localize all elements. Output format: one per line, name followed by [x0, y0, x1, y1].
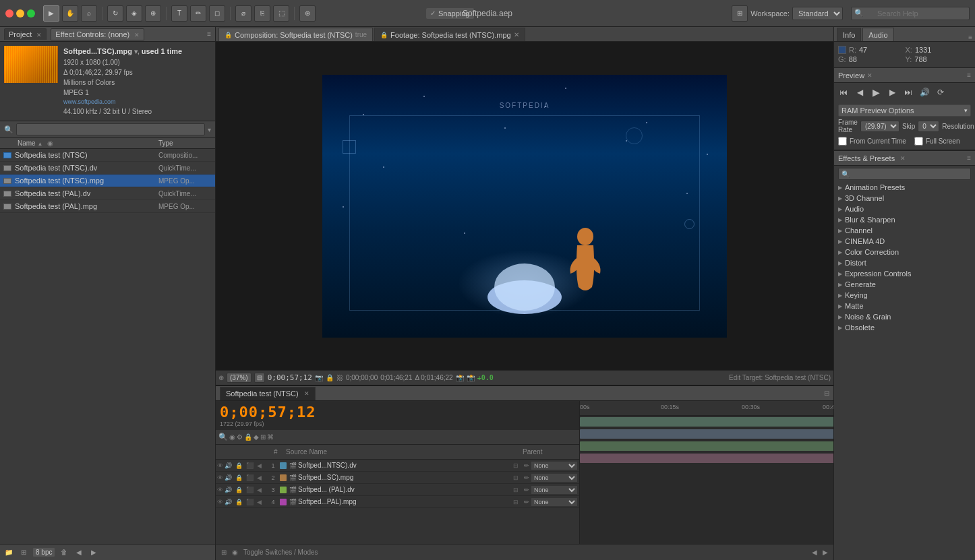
effects-category-keying[interactable]: ▶ Keying: [834, 290, 975, 301]
timeline-solo-all-btn[interactable]: ◉: [232, 549, 238, 556]
layer-2-label-icon[interactable]: ◀: [257, 474, 266, 481]
layer-2-audio-icon[interactable]: 🔊: [225, 474, 234, 481]
timeline-expand-btn[interactable]: ⊟: [824, 390, 829, 397]
layer-2-3d-icon[interactable]: ⬛: [246, 474, 256, 481]
effects-category-audio[interactable]: ▶ Audio: [834, 204, 975, 214]
effects-panel-close[interactable]: ✕: [900, 155, 906, 162]
full-screen-checkbox[interactable]: [914, 137, 923, 146]
file-item-1[interactable]: Softpedia test (NTSC).dv QuickTime...: [0, 162, 215, 175]
layer-row-1[interactable]: 👁 🔊 🔒 ⬛ ◀ 1 🎬 Softped...NTSC).dv ⊟ ✏ Non…: [216, 460, 579, 472]
timeline-tracks[interactable]: 00s 00:15s 00:30s 00:45s 01:00s 01:15s 0…: [580, 401, 833, 544]
prev-page-btn[interactable]: ◀: [73, 547, 85, 559]
timeline-settings-btn[interactable]: ⚙: [237, 433, 243, 441]
comp-timeline-tab[interactable]: Softpedia test (NTSC) ✕: [220, 387, 316, 400]
skip-fwd-btn[interactable]: ⏭: [902, 86, 915, 99]
timeline-add-marker-btn[interactable]: ◆: [254, 433, 259, 441]
layer-row-2[interactable]: 👁 🔊 🔒 ⬛ ◀ 2 🎬 Softped...SC).mpg ⊟ ✏ None: [216, 472, 579, 484]
timeline-search-btn[interactable]: 🔍: [218, 433, 228, 441]
zoom-tool-btn[interactable]: ⌕: [81, 5, 97, 22]
layer-1-label-icon[interactable]: ◀: [257, 462, 266, 469]
puppet-tool-btn[interactable]: ⊛: [299, 5, 316, 22]
layer-1-audio-icon[interactable]: 🔊: [225, 462, 234, 469]
footage-tab[interactable]: 🔒 Footage: Softpedia test (NTSC).mpg ✕: [374, 28, 525, 41]
project-search-input[interactable]: [16, 123, 205, 135]
layer-4-eye-icon[interactable]: 👁: [217, 499, 223, 505]
rotate-tool-btn[interactable]: ↻: [107, 5, 123, 22]
layer-3-pen-icon[interactable]: ✏: [524, 487, 529, 493]
workspace-icon-btn[interactable]: ⊞: [732, 5, 748, 22]
viewer-drag-btn[interactable]: ⊕: [218, 374, 224, 381]
effects-category-generate[interactable]: ▶ Generate: [834, 279, 975, 290]
selection-tool-btn[interactable]: ▶: [43, 5, 59, 22]
effects-category-matte[interactable]: ▶ Matte: [834, 301, 975, 311]
layer-2-pen-icon[interactable]: ✏: [524, 474, 529, 481]
ram-preview-btn[interactable]: RAM Preview Options ▾: [838, 104, 971, 117]
viewer-camera-btn[interactable]: 📷: [315, 374, 323, 381]
composition-tab[interactable]: 🔒 Composition: Softpedia test (NTSC) tru…: [218, 28, 373, 41]
timecode-value[interactable]: 0;00;57;12: [220, 404, 575, 421]
layer-4-pen-icon[interactable]: ✏: [524, 499, 529, 505]
delete-item-btn[interactable]: 🗑: [58, 547, 70, 559]
effects-category-channel[interactable]: ▶ Channel: [834, 225, 975, 236]
project-search-options[interactable]: ▾: [208, 126, 211, 133]
zoom-level[interactable]: (37%): [227, 373, 252, 383]
track-row-3[interactable]: [580, 440, 833, 452]
layer-2-lock-icon[interactable]: 🔒: [235, 474, 245, 481]
workspace-select[interactable]: Standard: [792, 7, 843, 20]
file-item-2[interactable]: Softpedia test (NTSC).mpg MPEG Op...: [0, 175, 215, 187]
track-row-1[interactable]: [580, 416, 833, 428]
info-panel-menu[interactable]: ≡: [968, 34, 972, 41]
audio-tab[interactable]: Audio: [862, 28, 893, 41]
effects-category-blur-sharpen[interactable]: ▶ Blur & Sharpen: [834, 214, 975, 225]
timeline-collapse-btn[interactable]: ◀: [812, 549, 817, 556]
layer-4-switch-icon[interactable]: ⊟: [513, 499, 523, 505]
effects-category-obsolete[interactable]: ▶ Obsolete: [834, 322, 975, 333]
file-item-0[interactable]: Softpedia test (NTSC) Compositio...: [0, 149, 215, 162]
layer-3-lock-icon[interactable]: 🔒: [235, 487, 245, 493]
effects-category-cinema4d[interactable]: ▶ CINEMA 4D: [834, 236, 975, 247]
toggle-switches-label[interactable]: Toggle Switches / Modes: [243, 549, 318, 556]
comp-tab-close[interactable]: true: [355, 31, 367, 38]
skip-back-btn[interactable]: ⏮: [837, 86, 850, 99]
layer-4-3d-icon[interactable]: ⬛: [246, 499, 256, 505]
pan-tool-btn[interactable]: ⊕: [145, 5, 161, 22]
layer-row-4[interactable]: 👁 🔊 🔒 ⬛ ◀ 4 🎬 Softped...PAL).mpg ⊟ ✏ Non…: [216, 496, 579, 508]
layer-4-lock-icon[interactable]: 🔒: [235, 499, 245, 505]
brush-tool-btn[interactable]: ⌀: [235, 5, 252, 22]
minimize-window-btn[interactable]: [16, 9, 24, 18]
layer-2-parent-select[interactable]: None: [531, 473, 578, 483]
timeline-expand-tracks-btn[interactable]: ▶: [823, 549, 828, 556]
effects-category-3d-channel[interactable]: ▶ 3D Channel: [834, 193, 975, 204]
layer-1-parent-select[interactable]: None: [531, 461, 578, 470]
effects-category-color-correction[interactable]: ▶ Color Correction: [834, 247, 975, 257]
layer-4-label-icon[interactable]: ◀: [257, 499, 266, 505]
next-page-btn[interactable]: ▶: [88, 547, 100, 559]
close-window-btn[interactable]: [5, 9, 13, 18]
project-tab[interactable]: Project ✕: [4, 28, 47, 40]
next-frame-btn[interactable]: ▶: [885, 86, 899, 99]
mask-tool-btn[interactable]: ◻: [209, 5, 225, 22]
effects-panel-menu[interactable]: ≡: [967, 154, 971, 162]
timeline-add-btn[interactable]: ⊞: [221, 549, 227, 556]
layer-1-lock-icon[interactable]: 🔒: [235, 462, 245, 469]
file-item-4[interactable]: Softpedia test (PAL).mpg MPEG Op...: [0, 200, 215, 213]
eraser-tool-btn[interactable]: ⬚: [273, 5, 289, 22]
preview-panel-menu[interactable]: ≡: [967, 71, 971, 79]
loop-btn[interactable]: ⟳: [934, 86, 947, 99]
audio-toggle-btn[interactable]: 🔊: [918, 86, 931, 99]
file-item-3[interactable]: Softpedia test (PAL).dv QuickTime...: [0, 187, 215, 200]
layer-3-3d-icon[interactable]: ⬛: [246, 487, 256, 493]
pen-tool-btn[interactable]: ✏: [190, 5, 206, 22]
layer-1-switch-icon[interactable]: ⊟: [513, 462, 523, 469]
play-btn[interactable]: ▶: [869, 86, 883, 99]
project-tab-close[interactable]: ✕: [36, 32, 42, 38]
layer-row-3[interactable]: 👁 🔊 🔒 ⬛ ◀ 3 🎬 Softped... (PAL).dv ⊟ ✏ No…: [216, 484, 579, 496]
comp-timeline-tab-close[interactable]: ✕: [304, 390, 309, 397]
frame-rate-select[interactable]: (29.97): [860, 121, 899, 132]
track-row-2[interactable]: [580, 428, 833, 440]
search-help-input[interactable]: [872, 7, 966, 20]
layer-1-eye-icon[interactable]: 👁: [217, 462, 223, 469]
info-tab[interactable]: Info: [837, 28, 861, 41]
camera-tool-btn[interactable]: ◈: [126, 5, 142, 22]
layer-1-3d-icon[interactable]: ⬛: [246, 462, 256, 469]
